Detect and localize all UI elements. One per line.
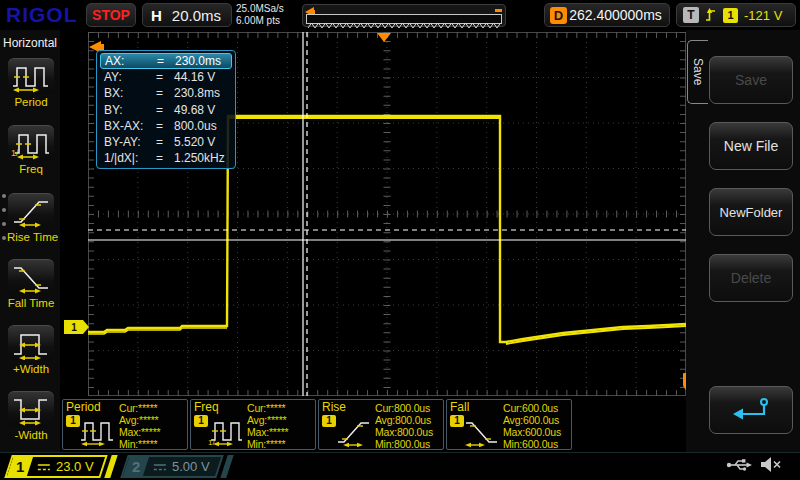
menu-item-label: +Width	[7, 363, 55, 375]
waveform-display[interactable]: T1 AX: = 230.0ms AY: = 44.16 V BX: = 230…	[88, 32, 686, 396]
menu-item-pwidth[interactable]: +Width	[7, 325, 55, 375]
trigger-info-box[interactable]: T 1 -121 V	[676, 3, 796, 27]
save-button[interactable]: Save	[709, 56, 793, 104]
channel-badge: 1	[194, 415, 208, 427]
top-bar: RIGOL STOP H 20.0ms 25.0MSa/s 6.00M pts …	[0, 0, 800, 30]
rising-edge-icon	[705, 7, 717, 24]
run-state-button[interactable]: STOP	[86, 3, 136, 27]
channel1-status[interactable]: 1 23.0 V	[4, 455, 107, 478]
sample-rate-value: 25.0MSa/s	[236, 3, 298, 15]
plus-width-icon	[8, 325, 54, 361]
delay-badge: D	[550, 7, 567, 24]
channel-badge: 1	[66, 415, 80, 427]
menu-item-period[interactable]: Period	[7, 58, 55, 108]
left-sidebar: Horizontal Period 1/	[0, 30, 60, 452]
cursor-row-ay[interactable]: AY: = 44.16 V	[100, 69, 232, 85]
right-sidebar: Save Save New File NewFolder Delete	[686, 30, 800, 452]
preview-window-marker	[495, 9, 502, 12]
menu-item-label: Period	[7, 96, 55, 108]
oscilloscope-screen: RIGOL STOP H 20.0ms 25.0MSa/s 6.00M pts …	[0, 0, 800, 480]
trigger-source-badge: 1	[723, 8, 738, 23]
channel2-scale: 5.00 V	[172, 459, 210, 474]
delete-button[interactable]: Delete	[709, 254, 793, 302]
menu-scroll-dots	[2, 194, 6, 250]
dc-coupling-icon	[37, 462, 51, 472]
cursor-row-by-ay[interactable]: BY-AY: = 5.520 V	[100, 134, 232, 150]
trigger-badge: T	[683, 7, 699, 23]
back-button[interactable]	[709, 386, 793, 434]
rise-time-icon	[8, 193, 54, 229]
cursor-row-ax[interactable]: AX: = 230.0ms	[100, 53, 232, 69]
channel-badge: 1	[450, 415, 464, 427]
cursor-row-by[interactable]: BY: = 49.68 V	[100, 102, 232, 118]
menu-item-nwidth[interactable]: -Width	[7, 391, 55, 441]
channel2-status[interactable]: 2 5.00 V	[120, 455, 223, 478]
cursor-row-inv-dx[interactable]: 1/|dX|: = 1.250kHz	[100, 150, 232, 166]
svg-text:1: 1	[71, 322, 77, 333]
measurement-panel-rise[interactable]: Rise 1 Cur:800.0us Avg:800.0us Max:800.0…	[318, 399, 444, 450]
memory-depth-value: 6.00M pts	[236, 15, 298, 27]
rigol-logo: RIGOL	[6, 3, 78, 27]
menu-item-label: Rise Time	[7, 231, 55, 243]
trigger-level-value: -121 V	[744, 8, 782, 23]
svg-text:1/: 1/	[11, 148, 19, 158]
measurement-strip: Period 1 Cur:***** Avg:***** Max:***** M…	[60, 397, 690, 451]
measurement-panel-period[interactable]: Period 1 Cur:***** Avg:***** Max:***** M…	[62, 399, 188, 450]
menu-item-freq[interactable]: 1/ Freq	[7, 125, 55, 175]
measurement-panel-freq[interactable]: Freq 1 1/ Cur:***** Avg:***** Max:***** …	[190, 399, 316, 450]
menu-item-fall-time[interactable]: Fall Time	[7, 259, 55, 309]
freq-meas-icon: 1/	[208, 418, 244, 448]
period-meas-icon	[80, 418, 116, 448]
menu-back-icon	[729, 396, 773, 422]
timebase-value: 20.0ms	[172, 7, 221, 24]
preview-wave-box	[306, 14, 502, 24]
menu-item-label: Fall Time	[7, 297, 55, 309]
new-file-button[interactable]: New File	[709, 122, 793, 170]
fall-meas-icon	[464, 418, 500, 448]
menu-item-rise-time[interactable]: Rise Time	[7, 193, 55, 243]
horizontal-timebase-box[interactable]: H 20.0ms	[142, 3, 232, 27]
cursor-row-bx[interactable]: BX: = 230.8ms	[100, 85, 232, 101]
left-menu-title: Horizontal	[0, 30, 60, 50]
acquisition-info: 25.0MSa/s 6.00M pts	[236, 3, 298, 27]
waveform-preview-bar[interactable]	[302, 4, 506, 27]
menu-title: Save	[691, 58, 705, 85]
freq-icon: 1/	[8, 125, 54, 161]
dc-coupling-icon	[153, 462, 167, 472]
menu-item-label: -Width	[7, 429, 55, 441]
menu-title-tab: Save	[687, 40, 708, 104]
preview-zigzag-wave	[307, 21, 501, 29]
channel-badge: 1	[322, 415, 336, 427]
trigger-position-marker[interactable]	[377, 33, 391, 42]
horizontal-label: H	[151, 7, 162, 24]
svg-text:1/: 1/	[208, 438, 215, 447]
new-folder-button[interactable]: NewFolder	[709, 188, 793, 236]
measurement-panel-fall[interactable]: Fall 1 Cur:600.0us Avg:600.0us Max:600.0…	[446, 399, 572, 450]
cursor-row-bx-ax[interactable]: BX-AX: = 800.0us	[100, 118, 232, 134]
bottom-bar: 1 23.0 V 2 5.00 V	[0, 452, 800, 480]
delay-value: 262.400000ms	[567, 7, 664, 23]
speaker-muted-icon	[760, 456, 782, 473]
menu-item-label: Freq	[7, 163, 55, 175]
channel1-scale: 23.0 V	[56, 459, 94, 474]
fall-time-icon	[8, 259, 54, 295]
trigger-delay-box[interactable]: D 262.400000ms	[544, 3, 670, 27]
cursor-measurement-box[interactable]: AX: = 230.0ms AY: = 44.16 V BX: = 230.8m…	[96, 50, 236, 169]
usb-device-icon	[726, 457, 752, 472]
period-icon	[8, 58, 54, 94]
rise-meas-icon	[336, 418, 372, 448]
minus-width-icon	[8, 391, 54, 427]
